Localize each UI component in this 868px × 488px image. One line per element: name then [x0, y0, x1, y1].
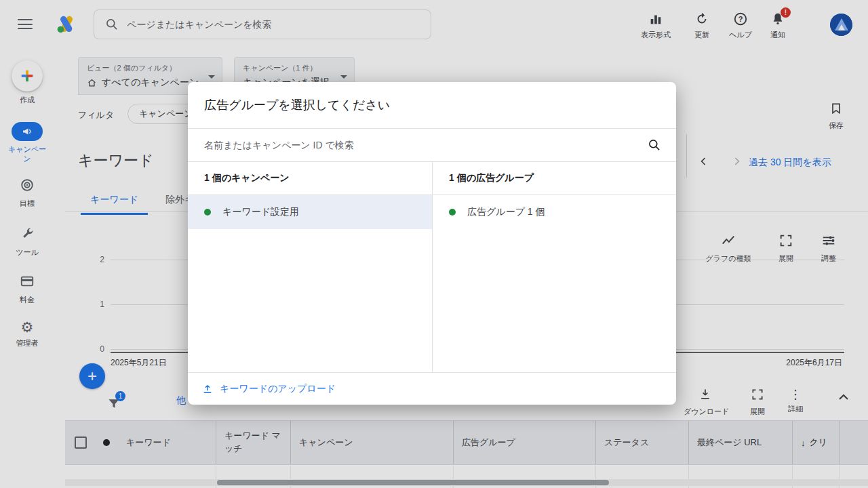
enabled-status-icon: [204, 209, 211, 216]
ad-group-item-label: 広告グループ 1 個: [467, 206, 545, 218]
campaign-list-item[interactable]: キーワード設定用: [188, 195, 432, 229]
campaign-column: 1 個のキャンペーン キーワード設定用: [188, 162, 432, 372]
enabled-status-icon: [449, 209, 456, 216]
upload-keywords-label: キーワードのアップロード: [220, 383, 336, 395]
dialog-title: 広告グループを選択してください: [188, 82, 676, 129]
campaign-item-label: キーワード設定用: [222, 206, 299, 218]
ad-group-column-header: 1 個の広告グループ: [433, 162, 676, 195]
search-icon[interactable]: [648, 138, 661, 152]
dialog-footer: キーワードのアップロード: [188, 372, 676, 405]
ad-group-column: 1 個の広告グループ 広告グループ 1 個: [432, 162, 676, 372]
dialog-search-input[interactable]: [204, 140, 639, 150]
campaign-column-header: 1 個のキャンペーン: [188, 162, 432, 195]
google-ads-app: 表示形式 更新 ? ヘルプ: [0, 0, 868, 488]
upload-keywords-link[interactable]: キーワードのアップロード: [201, 383, 336, 395]
ad-group-list-item[interactable]: 広告グループ 1 個: [433, 195, 676, 229]
select-ad-group-dialog: 広告グループを選択してください 1 個のキャンペーン キーワード設定用 1 個の…: [188, 82, 676, 405]
dialog-search-row: [188, 129, 676, 162]
upload-icon: [201, 383, 214, 395]
